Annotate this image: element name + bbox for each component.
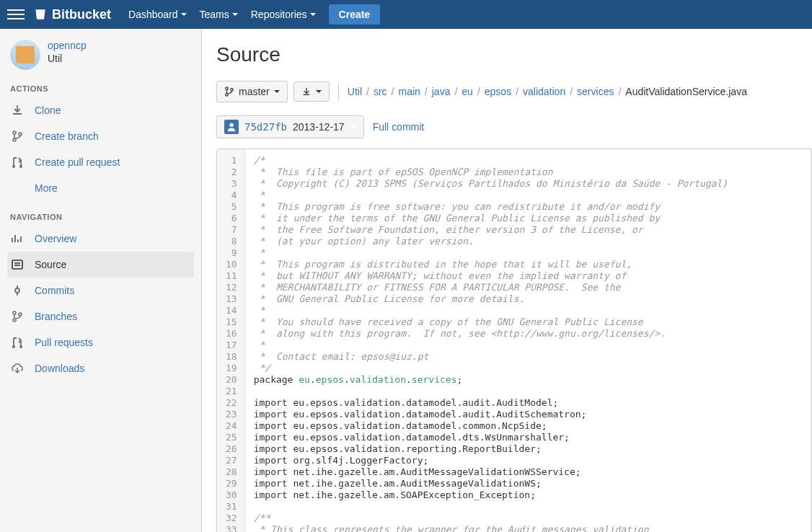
- menu-icon[interactable]: [7, 6, 25, 23]
- branch-icon: [10, 129, 25, 143]
- toolbar: master Util/src/main/java/eu/epsos/valid…: [216, 81, 812, 102]
- line-gutter: 1234567891011121314151617181920212223242…: [217, 149, 245, 532]
- svg-rect-5: [12, 260, 22, 269]
- breadcrumb-link[interactable]: java: [432, 86, 451, 97]
- pr-icon: [10, 155, 25, 169]
- breadcrumb-current: AuditValidationService.java: [625, 86, 747, 97]
- side-item-label: Clone: [35, 105, 61, 116]
- svg-point-14: [231, 89, 234, 92]
- breadcrumb-separator: /: [425, 86, 428, 97]
- branch-icon: [224, 87, 234, 97]
- breadcrumb-link[interactable]: epsos: [485, 86, 511, 97]
- full-commit-link[interactable]: Full commit: [373, 121, 425, 133]
- svg-point-11: [19, 345, 22, 348]
- commit-date: 2013-12-17: [293, 121, 345, 133]
- repo-name-link[interactable]: openncp: [48, 40, 87, 51]
- chevron-down-icon: [274, 90, 280, 93]
- nav-source[interactable]: Source: [7, 252, 194, 278]
- side-item-label: Source: [35, 259, 66, 270]
- user-avatar-icon: [224, 120, 239, 134]
- breadcrumb-link[interactable]: services: [577, 86, 614, 97]
- svg-point-12: [226, 87, 229, 90]
- svg-point-2: [19, 133, 22, 136]
- action-clone[interactable]: Clone: [7, 97, 194, 123]
- commits-icon: [10, 283, 25, 298]
- pr-icon: [10, 335, 25, 350]
- side-item-label: Overview: [35, 233, 76, 244]
- side-item-label: Downloads: [35, 363, 84, 374]
- main-content: Source master Util/src/main/java/eu/epso…: [202, 29, 812, 532]
- chevron-down-icon: [232, 13, 238, 16]
- svg-point-0: [13, 131, 16, 134]
- branches-icon: [10, 309, 25, 324]
- nav-pull-requests[interactable]: Pull requests: [7, 329, 194, 355]
- svg-point-9: [19, 313, 22, 316]
- svg-point-15: [229, 123, 233, 127]
- branch-name: master: [239, 86, 270, 97]
- breadcrumb-separator: /: [366, 86, 369, 97]
- download-icon: [10, 103, 25, 118]
- source-icon: [10, 257, 25, 272]
- breadcrumb-separator: /: [454, 86, 457, 97]
- blank-icon: [10, 181, 25, 195]
- download-button[interactable]: [294, 81, 330, 102]
- actions-label: ACTIONS: [10, 84, 194, 93]
- breadcrumb-separator: /: [516, 86, 518, 97]
- navigation-label: NAVIGATION: [10, 213, 194, 221]
- svg-point-13: [226, 94, 229, 97]
- breadcrumb-link[interactable]: validation: [523, 86, 565, 97]
- commit-selector[interactable]: 75d27fb 2013-12-17: [216, 115, 364, 138]
- chevron-down-icon: [316, 90, 322, 93]
- code-view: 1234567891011121314151617181920212223242…: [216, 148, 812, 532]
- side-item-label: Pull requests: [35, 337, 93, 348]
- repo-header: openncp Util: [7, 40, 194, 70]
- side-item-label: Create pull request: [35, 156, 120, 168]
- breadcrumb-link[interactable]: eu: [462, 86, 473, 97]
- side-item-label: Create branch: [35, 130, 99, 142]
- breadcrumb-link[interactable]: src: [374, 86, 387, 97]
- breadcrumb: Util/src/main/java/eu/epsos/validation/s…: [348, 86, 747, 97]
- breadcrumb-link[interactable]: main: [398, 86, 420, 97]
- overview-icon: [10, 231, 25, 246]
- side-item-label: More: [35, 182, 58, 194]
- brand-logo[interactable]: Bitbucket: [33, 7, 111, 22]
- nav-branches[interactable]: Branches: [7, 303, 194, 329]
- breadcrumb-separator: /: [570, 86, 573, 97]
- side-item-label: Commits: [35, 285, 74, 296]
- chevron-down-icon: [310, 13, 316, 16]
- brand-text: Bitbucket: [52, 7, 111, 22]
- svg-point-7: [13, 311, 16, 314]
- branch-selector[interactable]: master: [216, 81, 288, 102]
- breadcrumb-link[interactable]: Util: [348, 86, 362, 97]
- svg-point-10: [12, 345, 15, 348]
- top-nav: Bitbucket Dashboard Teams Repositories C…: [0, 0, 812, 29]
- nav-overview[interactable]: Overview: [7, 226, 194, 252]
- commit-hash: 75d27fb: [244, 121, 287, 133]
- nav-downloads[interactable]: Downloads: [7, 355, 194, 381]
- svg-point-6: [15, 288, 19, 293]
- breadcrumb-separator: /: [392, 86, 394, 97]
- nav-item-teams[interactable]: Teams: [200, 9, 238, 20]
- svg-point-4: [19, 165, 22, 168]
- download-icon: [301, 87, 312, 97]
- breadcrumb-separator: /: [477, 86, 480, 97]
- divider: [338, 83, 339, 100]
- nav-item-dashboard[interactable]: Dashboard: [128, 9, 187, 20]
- sidebar: openncp Util ACTIONS CloneCreate branchC…: [0, 29, 202, 532]
- commit-bar: 75d27fb 2013-12-17 Full commit: [216, 115, 812, 138]
- nav-commits[interactable]: Commits: [7, 278, 194, 303]
- action-create-pull-request[interactable]: Create pull request: [7, 149, 194, 175]
- repo-avatar[interactable]: [10, 40, 40, 70]
- downloads-icon: [10, 361, 25, 376]
- chevron-down-icon: [350, 125, 356, 128]
- action-more[interactable]: More: [7, 175, 194, 201]
- svg-point-8: [13, 319, 16, 322]
- create-button[interactable]: Create: [329, 4, 381, 25]
- code-content[interactable]: /* * This file is part of epSOS OpenNCP …: [245, 149, 811, 532]
- nav-item-repositories[interactable]: Repositories: [251, 9, 316, 20]
- side-item-label: Branches: [35, 311, 77, 322]
- action-create-branch[interactable]: Create branch: [7, 123, 194, 149]
- svg-point-3: [12, 165, 15, 168]
- svg-point-1: [13, 138, 16, 141]
- chevron-down-icon: [181, 13, 187, 16]
